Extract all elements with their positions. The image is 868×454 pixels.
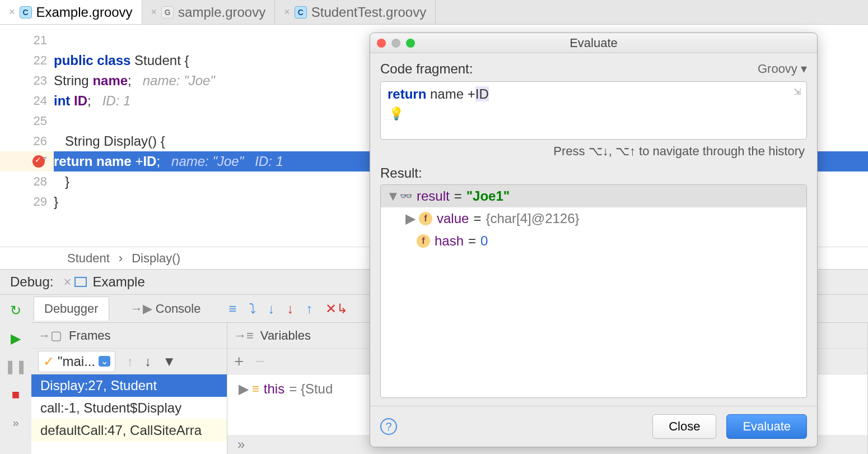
gutter: 21 22 23 24 25 26 27 28 29 [0,25,54,247]
remove-watch-icon[interactable]: − [255,352,265,371]
var-value: "Joe1" [466,188,510,204]
dialog-titlebar[interactable]: Evaluate [370,33,817,53]
code-text: String [54,73,92,89]
var-name: result [417,188,450,204]
keyword: return [54,154,96,169]
result-tree: ▼ 👓 result = "Joe1" ▶ f value = {char[4]… [380,184,807,398]
close-icon[interactable]: × [9,6,15,18]
equals: = [454,188,462,204]
debug-side-toolbar: ↻ ▶ ❚❚ ■ » [0,295,31,454]
frame-row[interactable]: defaultCall:47, CallSiteArra [31,419,227,442]
pause-icon[interactable]: ❚❚ [8,359,24,374]
next-frame-icon[interactable]: ↓ [144,354,151,369]
code-text: ID [475,86,489,101]
expand-icon[interactable]: ▶ [405,211,414,226]
tab-example[interactable]: × C Example.groovy [0,0,142,24]
var-value: 0 [480,233,488,249]
tab-console[interactable]: →▶ Console [120,297,211,321]
language-dropdown[interactable]: Groovy ▾ [758,62,807,76]
code-text: Student { [130,53,189,68]
step-over-icon[interactable]: ⤵ [249,301,256,317]
result-row[interactable]: ▶ f value = {char[4]@2126} [381,207,806,230]
this-icon: ≡ [252,382,259,396]
result-row[interactable]: f hash = 0 [381,230,806,252]
field: name [92,73,128,89]
line-number: 26 [34,134,47,149]
evaluate-dialog: Evaluate Code fragment: Groovy ▾ return … [370,33,818,447]
collapse-icon[interactable]: ▼ [386,188,395,204]
var-value: {char[4]@2126} [486,211,579,226]
thread-name: "mai... [58,354,95,369]
tab-debugger[interactable]: Debugger [34,297,109,321]
help-icon[interactable]: ? [380,418,397,435]
code-text: } [54,194,58,210]
result-row[interactable]: ▼ 👓 result = "Joe1" [381,185,806,207]
rerun-icon[interactable]: ↻ [8,303,24,318]
var-name: value [437,211,469,226]
force-step-into-icon[interactable]: ↓ [287,301,294,317]
zoom-window-icon[interactable] [406,39,415,48]
evaluate-button[interactable]: Evaluate [726,414,807,439]
line-number: 24 [34,94,47,108]
var-name: hash [435,233,464,249]
stop-icon[interactable]: ■ [8,387,24,402]
dialog-footer: ? Close Evaluate [370,406,817,447]
intention-bulb-icon[interactable]: 💡 [389,106,404,121]
line-number: 28 [34,174,47,189]
resume-icon[interactable]: ▶ [8,331,24,346]
tab-studenttest[interactable]: × C StudentTest.groovy [275,0,436,24]
code-fragment-input[interactable]: return name +ID 💡 ⇲ [380,81,807,140]
close-window-icon[interactable] [377,39,386,48]
code-text: ; [87,93,91,109]
close-icon[interactable]: × [284,6,290,18]
groovy-class-icon: C [295,6,307,18]
field: name [96,154,135,169]
variables-title: Variables [260,328,311,343]
frame-row[interactable]: Display:27, Student [31,374,227,397]
collapse-icon[interactable]: ⇲ [794,86,801,97]
inline-hint: ID: 1 [244,154,283,169]
step-out-icon[interactable]: ↑ [306,301,313,317]
code-text: ; [128,73,132,89]
var-name: this [264,381,284,397]
thread-selector[interactable]: ✓ "mai... ⌄ [38,351,115,372]
chevron-down-icon: ⌄ [99,356,110,367]
add-watch-icon[interactable]: + [234,352,244,371]
tab-label: sample.groovy [178,4,265,20]
breadcrumb-item[interactable]: Student [67,251,110,266]
show-execution-point-icon[interactable]: ≡ [228,301,236,317]
line-number: 22 [34,53,47,68]
layout-icon[interactable]: →≡ [234,328,254,343]
line-number: 23 [34,73,47,88]
minimize-window-icon[interactable] [391,39,400,48]
groovy-class-icon: C [20,6,32,18]
run-config-name[interactable]: Example [87,274,144,290]
frame-row[interactable]: call:-1, Student$Display [31,397,227,419]
line-number: 29 [34,194,47,209]
field: ID [143,154,156,169]
code-fragment-label: Code fragment: [380,61,473,77]
tab-sample[interactable]: × G sample.groovy [142,0,276,24]
expand-icon[interactable]: ▶ [239,381,248,397]
breadcrumb-item[interactable]: Display() [132,251,180,266]
step-into-icon[interactable]: ↓ [268,301,275,317]
history-hint: Press ⌥↓, ⌥↑ to navigate through the his… [380,144,805,159]
dialog-title: Evaluate [570,36,618,50]
tab-label: Example.groovy [36,4,133,20]
tab-label: Console [156,302,201,316]
window-controls [377,39,415,48]
frames-tools: ✓ "mai... ⌄ ↑ ↓ ▼ [31,349,227,374]
close-icon[interactable]: × [151,6,157,18]
layout-icon[interactable]: →▢ [38,328,62,343]
more-icon[interactable]: » [8,415,24,430]
result-label: Result: [380,165,807,181]
keyword: int [54,93,74,109]
glasses-icon: 👓 [400,190,412,202]
filter-icon[interactable]: ▼ [162,354,176,369]
close-button[interactable]: Close [652,414,716,439]
code-text: + [135,154,143,169]
breakpoint-icon[interactable] [32,155,45,168]
drop-frame-icon[interactable]: ✕↳ [325,301,348,317]
prev-frame-icon[interactable]: ↑ [127,354,133,369]
close-icon[interactable]: × [63,274,74,290]
